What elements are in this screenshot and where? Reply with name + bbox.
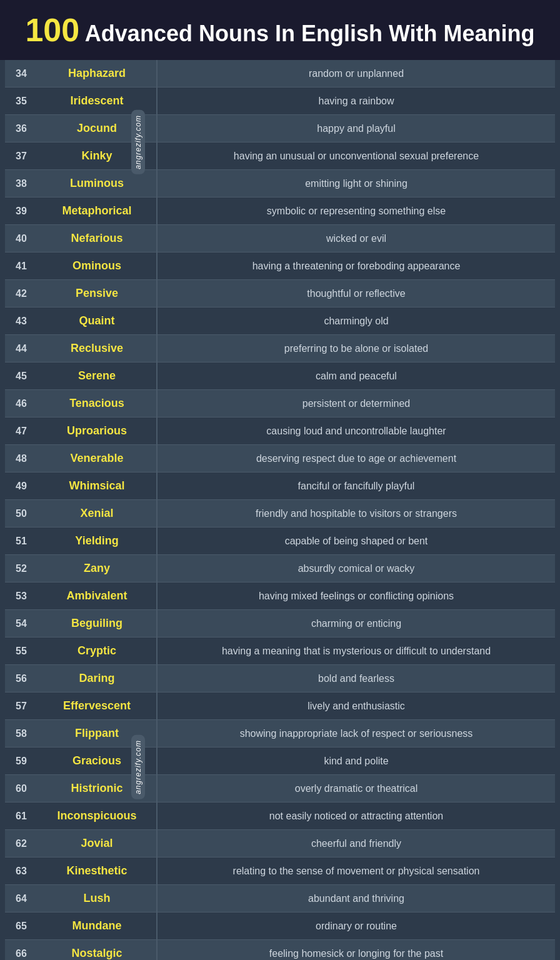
row-meaning: happy and playful: [158, 119, 555, 138]
table-row: 42Pensivethoughtful or reflective: [5, 280, 555, 308]
table-row: 64Lushabundant and thriving: [5, 885, 555, 912]
row-word: Haphazard: [38, 67, 156, 80]
row-meaning: having a rainbow: [158, 92, 555, 111]
table-row: 46Tenaciouspersistent or determined: [5, 390, 555, 418]
table-row: 60Histrionicoverly dramatic or theatrica…: [5, 775, 555, 802]
row-meaning: thoughtful or reflective: [158, 284, 555, 303]
row-number: 39: [5, 206, 38, 217]
table-row: 51Yieldingcapable of being shaped or ben…: [5, 528, 555, 555]
row-word: Nefarious: [38, 232, 156, 245]
watermark-top: angrezify.com: [131, 110, 145, 174]
table-row: 34Haphazardrandom or unplanned: [5, 60, 555, 88]
row-meaning: random or unplanned: [158, 64, 555, 83]
row-meaning: friendly and hospitable to visitors or s…: [158, 504, 555, 523]
row-meaning: not easily noticed or attracting attenti…: [158, 807, 555, 826]
row-word: Serene: [38, 369, 156, 382]
table-row: 57Effervescentlively and enthusiastic: [5, 692, 555, 720]
row-number: 55: [5, 646, 38, 657]
row-meaning: charming or enticing: [158, 614, 555, 633]
row-number: 41: [5, 261, 38, 272]
header-text: Advanced Nouns In English With Meaning: [79, 21, 534, 46]
row-word: Zany: [38, 562, 156, 575]
row-number: 53: [5, 591, 38, 602]
row-meaning: having an unusual or unconventional sexu…: [158, 147, 555, 166]
table-row: 35Iridescenthaving a rainbow: [5, 88, 555, 115]
row-meaning: wicked or evil: [158, 229, 555, 248]
row-meaning: kind and polite: [158, 752, 555, 771]
row-number: 66: [5, 948, 38, 959]
row-meaning: charmingly old: [158, 312, 555, 331]
table-row: 55Cryptichaving a meaning that is myster…: [5, 638, 555, 665]
row-meaning: relating to the sense of movement or phy…: [158, 862, 555, 881]
table-row: 48Venerabledeserving respect due to age …: [5, 445, 555, 472]
row-number: 51: [5, 536, 38, 547]
row-meaning: capable of being shaped or bent: [158, 532, 555, 551]
table-row: 43Quaintcharmingly old: [5, 308, 555, 335]
row-number: 42: [5, 288, 38, 299]
row-word: Xenial: [38, 507, 156, 520]
row-number: 57: [5, 701, 38, 712]
row-number: 44: [5, 343, 38, 354]
row-meaning: having a meaning that is mysterious or d…: [158, 642, 555, 661]
row-meaning: cheerful and friendly: [158, 834, 555, 853]
row-word: Pensive: [38, 287, 156, 300]
row-meaning: deserving respect due to age or achievem…: [158, 449, 555, 468]
row-word: Daring: [38, 672, 156, 685]
row-number: 47: [5, 426, 38, 437]
row-meaning: absurdly comical or wacky: [158, 559, 555, 578]
row-word: Reclusive: [38, 342, 156, 355]
row-word: Jovial: [38, 837, 156, 850]
row-number: 40: [5, 233, 38, 244]
table-row: 41Ominoushaving a threatening or forebod…: [5, 252, 555, 280]
table-row: 56Daringbold and fearless: [5, 665, 555, 692]
table-row: 38Luminousemitting light or shining: [5, 170, 555, 198]
row-number: 48: [5, 453, 38, 464]
row-meaning: ordinary or routine: [158, 917, 555, 936]
row-word: Luminous: [38, 177, 156, 190]
row-number: 60: [5, 783, 38, 794]
row-meaning: having mixed feelings or conflicting opi…: [158, 587, 555, 606]
row-number: 36: [5, 123, 38, 134]
row-word: Yielding: [38, 534, 156, 548]
row-number: 50: [5, 508, 38, 519]
table-row: 63Kinestheticrelating to the sense of mo…: [5, 858, 555, 885]
row-number: 45: [5, 371, 38, 382]
row-word: Nostalgic: [38, 947, 156, 960]
row-meaning: emitting light or shining: [158, 174, 555, 193]
table-row: 62Jovialcheerful and friendly: [5, 830, 555, 858]
row-word: Metaphorical: [38, 204, 156, 218]
row-number: 35: [5, 96, 38, 107]
row-number: 61: [5, 811, 38, 822]
row-word: Tenacious: [38, 397, 156, 410]
row-number: 63: [5, 866, 38, 877]
row-meaning: symbolic or representing something else: [158, 202, 555, 221]
table-row: 66Nostalgicfeeling homesick or longing f…: [5, 940, 555, 960]
row-number: 64: [5, 893, 38, 904]
table-row: 39Metaphoricalsymbolic or representing s…: [5, 198, 555, 225]
row-meaning: causing loud and uncontrollable laughter: [158, 422, 555, 441]
row-word: Beguiling: [38, 617, 156, 630]
row-number: 46: [5, 398, 38, 409]
row-meaning: calm and peaceful: [158, 367, 555, 386]
table-row: 61Inconspicuousnot easily noticed or att…: [5, 802, 555, 830]
row-word: Venerable: [38, 452, 156, 465]
row-word: Cryptic: [38, 644, 156, 658]
row-number: 62: [5, 838, 38, 849]
row-meaning: fanciful or fancifully playful: [158, 477, 555, 496]
table-row: 37Kinkyhaving an unusual or unconvention…: [5, 142, 555, 170]
row-meaning: abundant and thriving: [158, 889, 555, 908]
header-number: 100: [25, 12, 79, 48]
row-number: 49: [5, 481, 38, 492]
row-word: Iridescent: [38, 94, 156, 108]
row-word: Ominous: [38, 259, 156, 272]
header: 100 Advanced Nouns In English With Meani…: [0, 0, 560, 60]
row-meaning: lively and enthusiastic: [158, 697, 555, 716]
table-row: 45Serenecalm and peaceful: [5, 362, 555, 390]
row-word: Mundane: [38, 919, 156, 932]
table-row: 53Ambivalenthaving mixed feelings or con…: [5, 582, 555, 610]
table-row: 44Reclusivepreferring to be alone or iso…: [5, 335, 555, 362]
row-word: Uproarious: [38, 424, 156, 438]
row-meaning: overly dramatic or theatrical: [158, 779, 555, 798]
table-row: 59Graciouskind and polite: [5, 748, 555, 775]
row-meaning: persistent or determined: [158, 394, 555, 413]
